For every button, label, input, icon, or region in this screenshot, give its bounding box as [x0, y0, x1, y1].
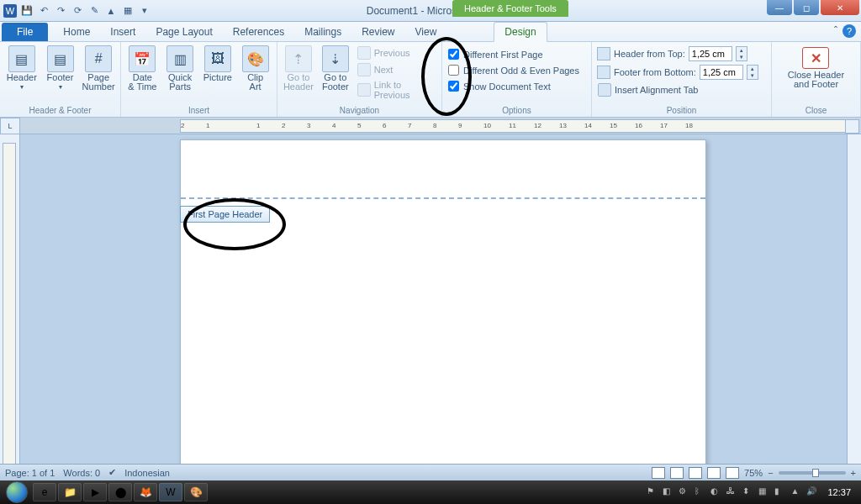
date-time-button[interactable]: 📅Date & Time: [124, 44, 161, 92]
page[interactable]: First Page Header: [180, 139, 706, 465]
group-label: Position: [592, 105, 771, 117]
footer-button[interactable]: ▤Footer▾: [42, 44, 79, 91]
page-number-button[interactable]: #Page Number: [80, 44, 117, 92]
tray-wifi-icon[interactable]: ▲: [790, 486, 802, 498]
spinner-arrows[interactable]: ▲▼: [736, 46, 747, 61]
spinner-arrows[interactable]: ▲▼: [747, 65, 758, 80]
header-from-top-field[interactable]: Header from Top: ▲▼: [595, 45, 760, 62]
qat-dropdown-icon[interactable]: ▾: [138, 4, 151, 18]
minimize-ribbon-icon[interactable]: ˆ: [834, 25, 837, 37]
help-icon[interactable]: ?: [843, 24, 856, 38]
close-icon: ✕: [802, 47, 829, 69]
qat-icon[interactable]: ⟳: [71, 4, 84, 18]
outline-view-button[interactable]: [707, 467, 721, 479]
tab-file[interactable]: File: [2, 23, 48, 41]
page-number-icon: #: [85, 45, 112, 72]
header-top-input[interactable]: [689, 46, 732, 61]
taskbar-firefox-icon[interactable]: 🦊: [134, 483, 157, 501]
zoom-level[interactable]: 75%: [744, 468, 763, 478]
footer-bottom-input[interactable]: [700, 65, 743, 80]
taskbar-media-icon[interactable]: ▶: [83, 483, 107, 501]
tray-volume-icon[interactable]: 🔊: [806, 486, 818, 498]
tray-icon[interactable]: ⬍: [742, 486, 754, 498]
status-words[interactable]: Words: 0: [63, 468, 100, 478]
previous-button[interactable]: Previous: [355, 45, 438, 60]
show-document-text-checkbox[interactable]: Show Document Text: [446, 79, 582, 93]
clip-art-button[interactable]: 🎨Clip Art: [237, 44, 273, 92]
vertical-scrollbar[interactable]: [847, 134, 861, 465]
tab-review[interactable]: Review: [351, 23, 404, 41]
link-previous-button[interactable]: Link to Previous: [355, 79, 438, 101]
tab-design[interactable]: Design: [494, 22, 547, 42]
close-header-footer-button[interactable]: ✕ Close Header and Footer: [781, 44, 851, 92]
tray-icon[interactable]: ◐: [710, 486, 722, 498]
document-area: First Page Header: [0, 134, 861, 465]
footer-from-bottom-field[interactable]: Footer from Bottom: ▲▼: [595, 64, 760, 81]
tab-insert[interactable]: Insert: [100, 23, 145, 41]
different-odd-even-checkbox[interactable]: Different Odd & Even Pages: [446, 63, 582, 77]
group-label: Header & Footer: [0, 105, 120, 117]
tray-icon[interactable]: ▦: [758, 486, 770, 498]
tray-network-icon[interactable]: 🖧: [726, 486, 738, 498]
tab-mailings[interactable]: Mailings: [294, 23, 351, 41]
redo-icon[interactable]: ↷: [54, 4, 67, 18]
link-icon: [357, 83, 371, 97]
tray-icon[interactable]: ◧: [663, 486, 674, 498]
horizontal-ruler[interactable]: 21123456789101112131415161718: [180, 119, 848, 133]
draft-view-button[interactable]: [726, 467, 739, 479]
undo-icon[interactable]: ↶: [37, 4, 50, 18]
tab-references[interactable]: References: [223, 23, 294, 41]
full-screen-view-button[interactable]: [670, 467, 684, 479]
taskbar-app-icon[interactable]: 🎨: [184, 483, 208, 501]
taskbar-explorer-icon[interactable]: 📁: [58, 483, 82, 501]
ribbon: ▤Header▾ ▤Footer▾ #Page Number Header & …: [0, 42, 861, 118]
header-button[interactable]: ▤Header▾: [3, 44, 40, 91]
ruler-toggle-button[interactable]: [845, 119, 859, 134]
tab-page-layout[interactable]: Page Layout: [145, 23, 222, 41]
zoom-out-button[interactable]: −: [768, 468, 773, 478]
close-window-button[interactable]: ✕: [821, 0, 859, 15]
vertical-ruler[interactable]: [0, 134, 20, 465]
goto-footer-button[interactable]: ⇣Go to Footer: [318, 44, 353, 92]
start-button[interactable]: [2, 480, 32, 504]
document-scroll[interactable]: First Page Header: [20, 134, 847, 465]
print-layout-view-button[interactable]: [652, 467, 665, 479]
minimize-button[interactable]: —: [767, 0, 792, 15]
picture-button[interactable]: 🖼Picture: [200, 44, 236, 82]
taskbar-ie-icon[interactable]: e: [33, 483, 56, 501]
picture-icon: 🖼: [204, 45, 231, 72]
goto-footer-icon: ⇣: [322, 45, 349, 72]
tray-flag-icon[interactable]: ⚑: [647, 486, 658, 498]
tray-icon[interactable]: ⚙: [679, 486, 690, 498]
tray-battery-icon[interactable]: ▮: [774, 486, 786, 498]
goto-header-button[interactable]: ⇡Go to Header: [281, 44, 316, 92]
different-first-page-checkbox[interactable]: Different First Page: [446, 47, 582, 61]
taskbar: e 📁 ▶ ⬤ 🦊 W 🎨 ⚑ ◧ ⚙ ᛒ ◐ 🖧 ⬍ ▦ ▮ ▲ 🔊 12:3…: [0, 480, 861, 504]
taskbar-app-icon[interactable]: ⬤: [108, 483, 132, 501]
status-bar: Page: 1 of 1 Words: 0 ✔ Indonesian 75% −…: [0, 464, 861, 480]
tab-home[interactable]: Home: [53, 23, 100, 41]
save-icon[interactable]: 💾: [20, 4, 34, 18]
quick-parts-button[interactable]: ▥Quick Parts: [162, 44, 198, 92]
context-tab-label: Header & Footer Tools: [452, 0, 568, 17]
tab-selector[interactable]: L: [0, 118, 20, 134]
goto-header-icon: ⇡: [285, 45, 312, 72]
next-button[interactable]: Next: [355, 62, 438, 77]
taskbar-word-icon[interactable]: W: [159, 483, 182, 501]
qat-icon[interactable]: ▦: [121, 4, 135, 18]
status-language[interactable]: Indonesian: [124, 468, 170, 478]
tray-bluetooth-icon[interactable]: ᛒ: [695, 486, 706, 498]
maximize-button[interactable]: ◻: [794, 0, 819, 15]
insert-alignment-tab-button[interactable]: Insert Alignment Tab: [595, 82, 760, 97]
proofing-icon[interactable]: ✔: [108, 467, 116, 478]
web-layout-view-button[interactable]: [689, 467, 702, 479]
zoom-slider[interactable]: [779, 471, 846, 475]
qat-icon[interactable]: ▲: [104, 4, 118, 18]
group-label: Insert: [121, 105, 277, 117]
tab-view[interactable]: View: [405, 23, 447, 41]
status-page[interactable]: Page: 1 of 1: [5, 468, 55, 478]
zoom-in-button[interactable]: +: [851, 468, 856, 478]
taskbar-clock[interactable]: 12:37: [822, 487, 856, 497]
qat-icon[interactable]: ✎: [87, 4, 101, 18]
footer-icon: ▤: [47, 45, 74, 72]
